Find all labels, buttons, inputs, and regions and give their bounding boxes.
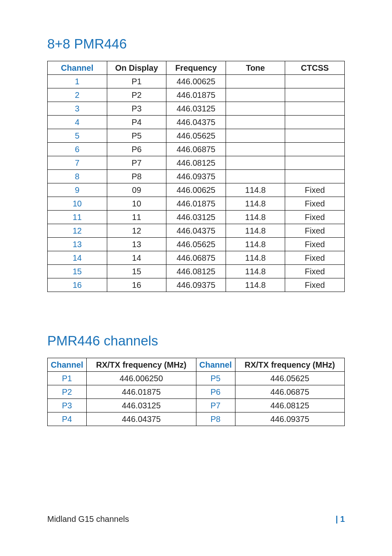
cell-ctcss <box>285 102 345 116</box>
cell-tone: 114.8 <box>226 183 285 197</box>
cell-frequency: 446.01875 <box>87 385 196 399</box>
cell-tone <box>226 75 285 88</box>
cell-tone <box>226 88 285 102</box>
cell-frequency: 446.09375 <box>166 278 226 292</box>
section1-title: 8+8 PMR446 <box>47 36 345 52</box>
cell-channel: P7 <box>196 399 235 412</box>
cell-display: P7 <box>107 156 166 170</box>
cell-ctcss: Fixed <box>285 183 345 197</box>
cell-display: 16 <box>107 278 166 292</box>
table-row: 1616446.09375114.8Fixed <box>48 278 345 292</box>
table-row: 1P1446.00625 <box>48 75 345 88</box>
table-row: 4P4446.04375 <box>48 116 345 129</box>
cell-tone: 114.8 <box>226 197 285 211</box>
cell-channel: 6 <box>48 143 107 156</box>
table-row: P3446.03125P7446.08125 <box>48 399 345 412</box>
cell-tone <box>226 156 285 170</box>
cell-ctcss <box>285 170 345 183</box>
table-row: 909446.00625114.8Fixed <box>48 183 345 197</box>
cell-display: P1 <box>107 75 166 88</box>
footer-left: Midland G15 channels <box>47 514 129 524</box>
cell-channel: 9 <box>48 183 107 197</box>
cell-ctcss <box>285 116 345 129</box>
th-channel: Channel <box>48 61 107 75</box>
table-row: 1212446.04375114.8Fixed <box>48 224 345 238</box>
footer-page-number: 1 <box>340 514 345 524</box>
cell-display: P4 <box>107 116 166 129</box>
cell-channel: P1 <box>48 372 87 385</box>
cell-channel: 8 <box>48 170 107 183</box>
cell-ctcss: Fixed <box>285 265 345 278</box>
cell-frequency: 446.006250 <box>87 372 196 385</box>
cell-frequency: 446.05625 <box>166 238 226 251</box>
cell-frequency: 446.03125 <box>166 102 226 116</box>
table-row: 8P8446.09375 <box>48 170 345 183</box>
cell-channel: 2 <box>48 88 107 102</box>
cell-channel: P3 <box>48 399 87 412</box>
cell-ctcss: Fixed <box>285 224 345 238</box>
table-row: 2P2446.01875 <box>48 88 345 102</box>
cell-frequency: 446.06875 <box>166 143 226 156</box>
table-row: 7P7446.08125 <box>48 156 345 170</box>
cell-tone: 114.8 <box>226 224 285 238</box>
section2-title: PMR446 channels <box>47 333 345 349</box>
cell-display: 10 <box>107 197 166 211</box>
th-on-display: On Display <box>107 61 166 75</box>
cell-tone <box>226 143 285 156</box>
cell-channel: 10 <box>48 197 107 211</box>
cell-display: P2 <box>107 88 166 102</box>
cell-tone: 114.8 <box>226 265 285 278</box>
table-row: 6P6446.06875 <box>48 143 345 156</box>
cell-frequency: 446.05625 <box>235 372 345 385</box>
cell-frequency: 446.03125 <box>166 211 226 224</box>
cell-display: 14 <box>107 251 166 265</box>
cell-tone: 114.8 <box>226 238 285 251</box>
cell-frequency: 446.00625 <box>166 75 226 88</box>
table-header-row: Channel On Display Frequency Tone CTCSS <box>48 61 345 75</box>
cell-channel: 16 <box>48 278 107 292</box>
cell-display: 11 <box>107 211 166 224</box>
cell-ctcss: Fixed <box>285 211 345 224</box>
cell-channel: 15 <box>48 265 107 278</box>
table-row: 1111446.03125114.8Fixed <box>48 211 345 224</box>
cell-frequency: 446.09375 <box>166 170 226 183</box>
cell-display: P5 <box>107 129 166 143</box>
cell-frequency: 446.04375 <box>166 224 226 238</box>
cell-channel: P4 <box>48 412 87 426</box>
cell-display: 15 <box>107 265 166 278</box>
cell-ctcss <box>285 156 345 170</box>
cell-channel: P6 <box>196 385 235 399</box>
cell-frequency: 446.08125 <box>166 265 226 278</box>
cell-frequency: 446.05625 <box>166 129 226 143</box>
cell-ctcss <box>285 143 345 156</box>
cell-frequency: 446.09375 <box>235 412 345 426</box>
cell-tone <box>226 102 285 116</box>
cell-frequency: 446.00625 <box>166 183 226 197</box>
cell-channel: 3 <box>48 102 107 116</box>
cell-display: P6 <box>107 143 166 156</box>
footer-sep: | <box>336 514 340 524</box>
cell-channel: 11 <box>48 211 107 224</box>
footer-right: | 1 <box>336 514 345 524</box>
cell-frequency: 446.08125 <box>166 156 226 170</box>
th-rxtx: RX/TX frequency (MHz) <box>87 358 196 372</box>
cell-ctcss: Fixed <box>285 238 345 251</box>
cell-channel: P8 <box>196 412 235 426</box>
table-row: 1414446.06875114.8Fixed <box>48 251 345 265</box>
page-footer: Midland G15 channels | 1 <box>47 514 345 524</box>
table-row: 1010446.01875114.8Fixed <box>48 197 345 211</box>
table-pmr446-channels: Channel RX/TX frequency (MHz) Channel RX… <box>47 358 345 426</box>
cell-channel: 7 <box>48 156 107 170</box>
cell-channel: 14 <box>48 251 107 265</box>
table-row: P4446.04375P8446.09375 <box>48 412 345 426</box>
table-row: P2446.01875P6446.06875 <box>48 385 345 399</box>
cell-display: P3 <box>107 102 166 116</box>
cell-tone <box>226 170 285 183</box>
cell-display: 12 <box>107 224 166 238</box>
cell-tone: 114.8 <box>226 278 285 292</box>
th-frequency: Frequency <box>166 61 226 75</box>
cell-channel: 4 <box>48 116 107 129</box>
table-row: 1313446.05625114.8Fixed <box>48 238 345 251</box>
cell-tone <box>226 116 285 129</box>
table-row: P1446.006250P5446.05625 <box>48 372 345 385</box>
